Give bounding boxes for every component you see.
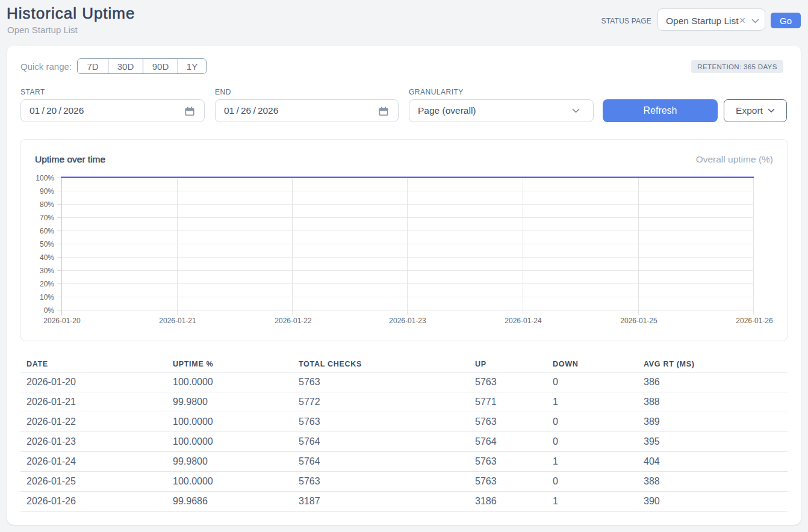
svg-text:80%: 80% (40, 200, 54, 209)
svg-text:30%: 30% (40, 267, 54, 275)
svg-text:2026-01-23: 2026-01-23 (389, 317, 426, 325)
svg-text:100%: 100% (36, 174, 54, 182)
svg-text:60%: 60% (40, 227, 54, 235)
svg-text:90%: 90% (40, 187, 54, 196)
svg-text:2026-01-22: 2026-01-22 (275, 317, 312, 325)
svg-text:2026-01-26: 2026-01-26 (736, 317, 773, 325)
svg-text:0%: 0% (44, 306, 55, 315)
svg-text:20%: 20% (40, 280, 54, 288)
svg-text:2026-01-21: 2026-01-21 (159, 317, 196, 325)
svg-text:2026-01-20: 2026-01-20 (43, 317, 81, 325)
svg-text:40%: 40% (40, 253, 54, 262)
svg-text:10%: 10% (40, 293, 54, 302)
svg-text:2026-01-25: 2026-01-25 (620, 317, 657, 325)
svg-text:2026-01-24: 2026-01-24 (505, 317, 542, 325)
svg-text:70%: 70% (40, 214, 54, 222)
svg-text:50%: 50% (40, 240, 54, 249)
